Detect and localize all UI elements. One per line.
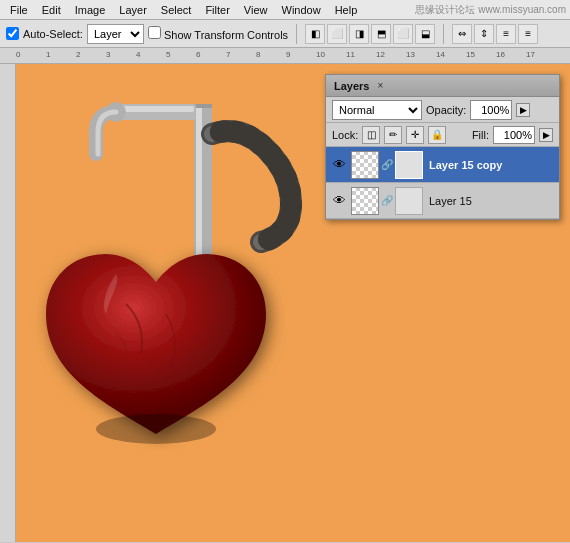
ruler-tick-14: 14	[436, 50, 445, 59]
layer-visibility-eye-0[interactable]: 👁	[330, 156, 348, 174]
menu-layer[interactable]: Layer	[113, 2, 153, 18]
layer-thumb-0	[351, 151, 379, 179]
align-right-btn[interactable]: ◨	[349, 24, 369, 44]
lock-position-btn[interactable]: ✛	[406, 126, 424, 144]
ruler-vertical	[0, 64, 16, 542]
show-transform-label: Show Transform Controls	[148, 26, 288, 41]
menu-bar: File Edit Image Layer Select Filter View…	[0, 0, 570, 20]
ruler-tick-16: 16	[496, 50, 505, 59]
menu-filter[interactable]: Filter	[199, 2, 235, 18]
layers-list: 👁 🔗 Layer 15 copy 👁 🔗 Layer 15	[326, 147, 559, 219]
fill-input[interactable]	[493, 126, 535, 144]
layers-panel: Layers × Normal Multiply Screen Overlay …	[325, 74, 560, 220]
dist-h-btn[interactable]: ⇔	[452, 24, 472, 44]
opacity-arrow-btn[interactable]: ▶	[516, 103, 530, 117]
ruler-tick-10: 10	[316, 50, 325, 59]
menu-view[interactable]: View	[238, 2, 274, 18]
lock-image-btn[interactable]: ✏	[384, 126, 402, 144]
menu-help[interactable]: Help	[329, 2, 364, 18]
layer-name-0: Layer 15 copy	[429, 159, 555, 171]
ruler-tick-7: 7	[226, 50, 230, 59]
menu-window[interactable]: Window	[276, 2, 327, 18]
layers-panel-close-btn[interactable]: ×	[377, 80, 383, 91]
blend-mode-select[interactable]: Normal Multiply Screen Overlay	[332, 100, 422, 120]
ruler-tick-3: 3	[106, 50, 110, 59]
lock-all-btn[interactable]: 🔒	[428, 126, 446, 144]
align-middle-btn[interactable]: ⬜	[393, 24, 413, 44]
menu-image[interactable]: Image	[69, 2, 112, 18]
separator-1	[296, 24, 297, 44]
ruler-tick-17: 17	[526, 50, 535, 59]
layer-thumb-checker-1	[352, 187, 378, 215]
ruler-tick-1: 1	[46, 50, 50, 59]
fill-arrow-btn[interactable]: ▶	[539, 128, 553, 142]
layer-mask-thumb-0	[395, 151, 423, 179]
layer-link-icon-0: 🔗	[382, 156, 392, 174]
ruler-tick-2: 2	[76, 50, 80, 59]
layers-lock-row: Lock: ◫ ✏ ✛ 🔒 Fill: ▶	[326, 123, 559, 147]
svg-point-7	[96, 414, 216, 444]
lock-pixels-btn[interactable]: ◫	[362, 126, 380, 144]
ruler-tick-8: 8	[256, 50, 260, 59]
ruler-tick-9: 9	[286, 50, 290, 59]
show-transform-checkbox[interactable]	[148, 26, 161, 39]
layers-title-bar: Layers ×	[326, 75, 559, 97]
layer-visibility-eye-1[interactable]: 👁	[330, 192, 348, 210]
ruler-tick-15: 15	[466, 50, 475, 59]
menu-edit[interactable]: Edit	[36, 2, 67, 18]
ruler-tick-4: 4	[136, 50, 140, 59]
layer-mask-thumb-1	[395, 187, 423, 215]
ruler-tick-5: 5	[166, 50, 170, 59]
align-left-btn[interactable]: ◧	[305, 24, 325, 44]
ruler-tick-11: 11	[346, 50, 355, 59]
layers-mode-row: Normal Multiply Screen Overlay Opacity: …	[326, 97, 559, 123]
svg-rect-2	[194, 104, 212, 108]
dist-r-btn[interactable]: ≡	[518, 24, 538, 44]
align-bottom-btn[interactable]: ⬓	[415, 24, 435, 44]
toolbar: Auto-Select: Layer Group Show Transform …	[0, 20, 570, 48]
dist-l-btn[interactable]: ≡	[496, 24, 516, 44]
autoselect-label: Auto-Select:	[23, 28, 83, 40]
ruler-tick-0: 0	[16, 50, 20, 59]
opacity-label: Opacity:	[426, 104, 466, 116]
layer-name-1: Layer 15	[429, 195, 555, 207]
svg-rect-4	[118, 106, 194, 112]
opacity-input[interactable]	[470, 100, 512, 120]
layers-panel-title: Layers	[334, 80, 369, 92]
layer-thumb-1	[351, 187, 379, 215]
dist-v-btn[interactable]: ⇕	[474, 24, 494, 44]
autoselect-checkbox[interactable]	[6, 27, 19, 40]
lock-label: Lock:	[332, 129, 358, 141]
ruler-tick-13: 13	[406, 50, 415, 59]
menu-file[interactable]: File	[4, 2, 34, 18]
align-top-btn[interactable]: ⬒	[371, 24, 391, 44]
main-canvas-area: Layers × Normal Multiply Screen Overlay …	[0, 64, 570, 542]
align-center-btn[interactable]: ⬜	[327, 24, 347, 44]
heart-artwork	[26, 214, 286, 474]
layer-thumb-checker-0	[352, 151, 378, 179]
menu-select[interactable]: Select	[155, 2, 198, 18]
separator-2	[443, 24, 444, 44]
ruler-tick-12: 12	[376, 50, 385, 59]
ruler-horizontal: 0 1 2 3 4 5 6 7 8 9 10 11 12 13 14 15 16…	[0, 48, 570, 64]
layer-row-layer15copy[interactable]: 👁 🔗 Layer 15 copy	[326, 147, 559, 183]
site-label: 思缘设计论坛 www.missyuan.com	[415, 3, 566, 17]
layer-row-layer15[interactable]: 👁 🔗 Layer 15	[326, 183, 559, 219]
ruler-tick-6: 6	[196, 50, 200, 59]
layer-link-icon-1: 🔗	[382, 192, 392, 210]
fill-label: Fill:	[472, 129, 489, 141]
autoselect-dropdown[interactable]: Layer Group	[87, 24, 144, 44]
